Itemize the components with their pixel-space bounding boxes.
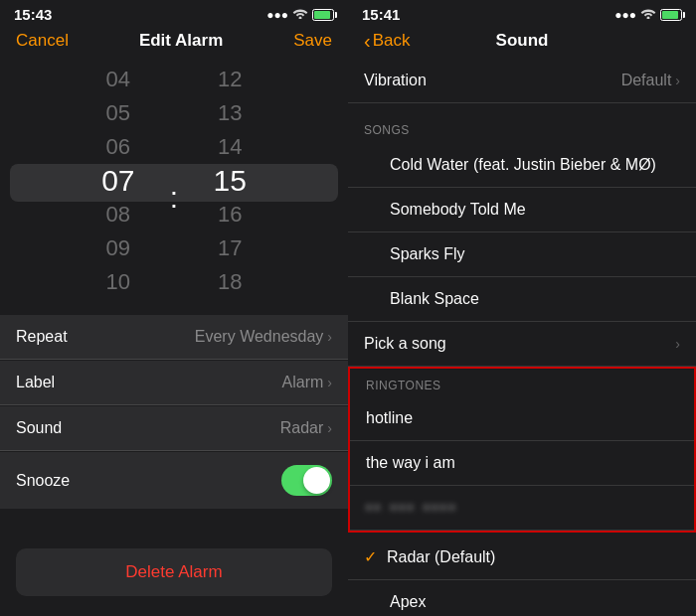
label-row[interactable]: Label Alarm ›	[0, 361, 348, 405]
back-button[interactable]: ‹ Back	[364, 30, 410, 53]
selected-check-icon: ✓	[364, 547, 377, 566]
vibration-value: Default ›	[621, 72, 680, 89]
hour-04: 04	[69, 63, 168, 96]
hour-05: 05	[69, 96, 168, 130]
min-14: 14	[180, 130, 279, 164]
min-18: 18	[180, 265, 279, 299]
status-bar-right: 15:41 ●●●	[348, 0, 696, 27]
label-label: Label	[16, 374, 55, 391]
settings-section: Repeat Every Wednesday › Label Alarm › S…	[0, 307, 348, 616]
blurred-ringtone-text: •• ••• ••••	[366, 499, 457, 517]
snooze-label: Snooze	[16, 472, 70, 490]
cancel-button[interactable]: Cancel	[16, 31, 69, 51]
save-button[interactable]: Save	[293, 31, 332, 51]
ringtone-apex[interactable]: Apex	[348, 580, 696, 616]
hour-10: 10	[69, 265, 168, 299]
min-16: 16	[180, 198, 279, 231]
signal-icon: ●●●	[266, 8, 288, 22]
song-somebody-told-me[interactable]: Somebody Told Me	[348, 188, 696, 232]
songs-section-header: SONGS	[348, 103, 696, 143]
vibration-chevron: ›	[675, 73, 680, 88]
sound-chevron: ›	[327, 420, 332, 436]
hour-09: 09	[69, 231, 168, 265]
ringtone-radar[interactable]: ✓ Radar (Default)	[348, 535, 696, 580]
page-title-right: Sound	[496, 31, 549, 51]
repeat-value: Every Wednesday ›	[195, 328, 332, 346]
nav-bar-left: Cancel Edit Alarm Save	[0, 27, 348, 59]
repeat-row[interactable]: Repeat Every Wednesday ›	[0, 315, 348, 360]
battery-right	[660, 8, 682, 22]
snooze-toggle[interactable]	[281, 465, 332, 496]
time-left: 15:43	[14, 6, 52, 23]
ringtones-header: RINGTONES	[350, 369, 694, 396]
song-sparks-fly[interactable]: Sparks Fly	[348, 232, 696, 277]
nav-bar-right: ‹ Back Sound	[348, 27, 696, 59]
time-right: 15:41	[362, 6, 400, 23]
wifi-icon-right	[640, 7, 656, 22]
min-12: 12	[180, 63, 279, 96]
status-bar-left: 15:43 ●●●	[0, 0, 348, 27]
pick-song-row[interactable]: Pick a song ›	[348, 322, 696, 367]
wifi-icon	[292, 7, 308, 22]
page-title-left: Edit Alarm	[139, 31, 223, 51]
min-17: 17	[180, 231, 279, 265]
label-chevron: ›	[327, 375, 332, 390]
battery-left	[312, 8, 334, 22]
back-chevron-icon: ‹	[364, 30, 371, 53]
vibration-row[interactable]: Vibration Default ›	[348, 59, 696, 103]
hour-picker[interactable]: 04 05 06 07 08 09 10	[69, 63, 168, 299]
repeat-chevron: ›	[327, 329, 332, 345]
ringtones-section: RINGTONES hotline the way i am •• ••• ••…	[348, 367, 696, 533]
ringtone-blurred[interactable]: •• ••• ••••	[350, 486, 694, 531]
time-picker[interactable]: 04 05 06 07 08 09 10 : 12 13 14 15 16 17…	[0, 59, 348, 307]
pick-song-chevron: ›	[675, 336, 680, 352]
song-blank-space[interactable]: Blank Space	[348, 277, 696, 322]
toggle-knob	[303, 467, 330, 494]
hour-06: 06	[69, 130, 168, 164]
min-15-selected: 15	[180, 164, 279, 198]
hour-07-selected: 07	[69, 164, 168, 198]
snooze-row[interactable]: Snooze	[0, 452, 348, 509]
label-value: Alarm ›	[282, 374, 332, 391]
ringtone-hotline[interactable]: hotline	[350, 396, 694, 441]
time-colon: :	[168, 96, 180, 299]
signal-icon-right: ●●●	[614, 8, 636, 22]
sound-value: Radar ›	[280, 419, 332, 437]
right-panel: 15:41 ●●● ‹ Back Sound Vibration Default	[348, 0, 696, 616]
status-icons-right: ●●●	[614, 7, 682, 22]
hour-08: 08	[69, 198, 168, 231]
song-cold-water[interactable]: Cold Water (feat. Justin Bieber & MØ)	[348, 143, 696, 188]
vibration-label: Vibration	[364, 72, 427, 89]
delete-alarm-button[interactable]: Delete Alarm	[16, 548, 332, 596]
left-panel: 15:43 ●●● Cancel Edit Alarm Save 04 05 0…	[0, 0, 348, 616]
min-13: 13	[180, 96, 279, 130]
minute-picker[interactable]: 12 13 14 15 16 17 18	[180, 63, 279, 299]
status-icons-left: ●●●	[266, 7, 334, 22]
pick-song-label: Pick a song	[364, 335, 446, 353]
ringtone-the-way-i-am[interactable]: the way i am	[350, 441, 694, 486]
sound-label: Sound	[16, 419, 62, 437]
repeat-label: Repeat	[16, 328, 68, 346]
sound-list[interactable]: Vibration Default › SONGS Cold Water (fe…	[348, 59, 696, 616]
sound-row[interactable]: Sound Radar ›	[0, 406, 348, 451]
